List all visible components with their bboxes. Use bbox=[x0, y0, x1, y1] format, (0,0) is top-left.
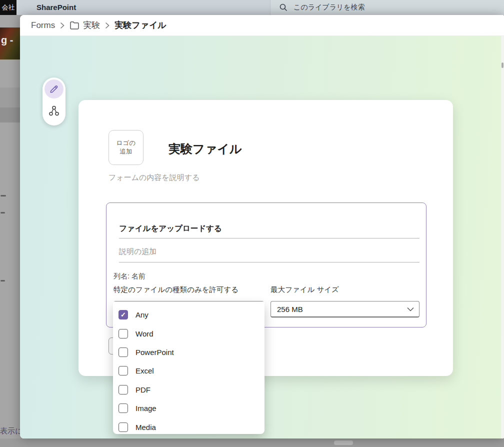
site-banner-image: g - bbox=[0, 28, 20, 60]
partial-text-fragment bbox=[0, 212, 5, 214]
editor-canvas: ロゴの 追加 実験ファイル フォームの内容を説明する ファイルをアップロードする… bbox=[20, 36, 504, 438]
form-title[interactable]: 実験ファイル bbox=[168, 141, 242, 157]
check-icon: ✓ bbox=[120, 312, 126, 318]
background-toolbar-band bbox=[0, 108, 20, 122]
question-title[interactable]: ファイルをアップロードする bbox=[119, 224, 222, 234]
sharepoint-label: SharePoint bbox=[36, 0, 76, 15]
edit-mode-button[interactable] bbox=[44, 80, 64, 98]
file-type-dropdown-panel: ✓ Any ✓ Word ✓ PowerPoint ✓ Excel ✓ PDF … bbox=[113, 302, 264, 434]
checkbox-icon[interactable]: ✓ bbox=[118, 366, 128, 376]
dropdown-option-powerpoint[interactable]: ✓ PowerPoint bbox=[113, 343, 264, 362]
add-logo-label-line1: ロゴの bbox=[116, 139, 136, 148]
breadcrumb: Forms 実験 実験ファイル bbox=[20, 15, 504, 36]
checkbox-icon[interactable]: ✓ bbox=[118, 310, 128, 320]
background-page-strip: g - 表示に bbox=[0, 15, 20, 438]
breadcrumb-folder-label: 実験 bbox=[83, 20, 100, 31]
dropdown-option-word[interactable]: ✓ Word bbox=[113, 324, 264, 342]
library-search-box[interactable]: このライブラリを検索 bbox=[270, 0, 504, 15]
chevron-down-icon bbox=[407, 307, 414, 312]
breadcrumb-current: 実験ファイル bbox=[114, 20, 166, 31]
partial-text-fragment bbox=[0, 280, 5, 282]
dropdown-option-image[interactable]: ✓ Image bbox=[113, 399, 264, 418]
max-size-dropdown[interactable]: 256 MB bbox=[270, 301, 420, 318]
pencil-icon bbox=[49, 84, 59, 94]
sharepoint-topbar: 会社 SharePoint このライブラリを検索 bbox=[0, 0, 504, 15]
branching-mode-button[interactable] bbox=[44, 102, 64, 120]
chevron-right-icon bbox=[60, 22, 64, 29]
search-placeholder: このライブラリを検索 bbox=[294, 3, 365, 12]
dropdown-option-media[interactable]: ✓ Media bbox=[113, 418, 264, 436]
background-bottom-strip bbox=[0, 438, 504, 447]
breadcrumb-folder[interactable]: 実験 bbox=[70, 20, 100, 31]
branching-icon bbox=[48, 106, 60, 116]
search-icon bbox=[280, 4, 288, 12]
form-description-placeholder[interactable]: フォームの内容を説明する bbox=[108, 173, 200, 182]
background-band bbox=[0, 88, 20, 108]
breadcrumb-forms[interactable]: Forms bbox=[31, 20, 55, 30]
max-size-value: 256 MB bbox=[277, 305, 303, 314]
chevron-right-icon bbox=[105, 22, 110, 29]
dropdown-option-any[interactable]: ✓ Any bbox=[113, 306, 264, 324]
column-info: 列名: 名前 bbox=[114, 272, 146, 281]
checkbox-icon[interactable]: ✓ bbox=[118, 404, 128, 413]
file-type-label: 特定のファイルの種類のみを許可する bbox=[114, 285, 238, 294]
dropdown-option-pdf[interactable]: ✓ PDF bbox=[113, 380, 264, 399]
add-logo-button[interactable]: ロゴの 追加 bbox=[108, 130, 144, 165]
divider bbox=[119, 262, 420, 262]
checkbox-icon[interactable]: ✓ bbox=[118, 329, 128, 338]
partial-text-fragment bbox=[0, 195, 6, 196]
checkbox-icon[interactable]: ✓ bbox=[118, 385, 128, 394]
checkbox-icon[interactable]: ✓ bbox=[118, 348, 128, 357]
banner-partial-text: g - bbox=[1, 34, 13, 46]
waffle-app-badge[interactable]: 会社 bbox=[0, 0, 16, 15]
editor-mode-rail bbox=[42, 78, 66, 126]
forms-editor-modal: Forms 実験 実験ファイル bbox=[20, 15, 504, 438]
checkbox-icon[interactable]: ✓ bbox=[118, 422, 128, 432]
background-partial-link: 表示に bbox=[0, 426, 22, 436]
add-logo-label-line2: 追加 bbox=[120, 148, 132, 156]
scrollbar[interactable] bbox=[501, 36, 504, 438]
scrollbar-thumb[interactable] bbox=[502, 62, 504, 68]
background-button-fragment bbox=[334, 440, 353, 445]
dropdown-option-excel[interactable]: ✓ Excel bbox=[113, 362, 264, 380]
max-size-label: 最大ファイル サイズ bbox=[270, 285, 339, 294]
question-description-placeholder[interactable]: 説明の追加 bbox=[119, 247, 156, 256]
divider bbox=[119, 238, 420, 238]
folder-icon bbox=[70, 21, 80, 30]
